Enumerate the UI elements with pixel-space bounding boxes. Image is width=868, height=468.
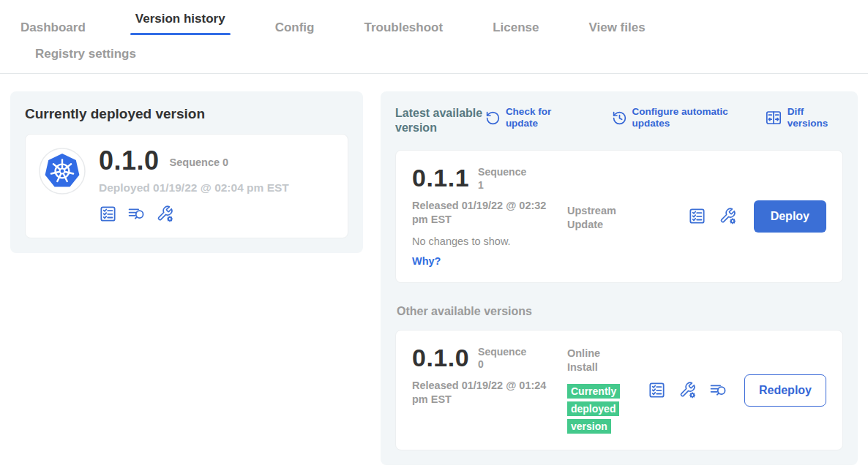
tab-troubleshoot[interactable]: Troubleshoot — [364, 20, 443, 37]
latest-version-number: 0.1.1 — [412, 165, 469, 192]
no-changes-text: No changes to show. — [412, 235, 567, 247]
redeploy-button[interactable]: Redeploy — [744, 374, 826, 407]
latest-version-row: 0.1.1 Sequence 1 Released 01/19/22 @ 02:… — [395, 150, 843, 283]
configure-automatic-updates-link[interactable]: Configure automatic updates — [612, 106, 731, 129]
other-version-row: 0.1.0 Sequence 0 Released 01/19/22 @ 01:… — [395, 330, 843, 451]
latest-version-info: 0.1.1 Sequence 1 Released 01/19/22 @ 02:… — [412, 165, 567, 268]
tab-view-files[interactable]: View files — [588, 20, 645, 37]
secondary-tabs: Registry settings — [20, 37, 868, 73]
diff-versions-link[interactable]: Diff versions — [765, 106, 840, 129]
other-sequence-label: Sequence 0 — [478, 345, 531, 371]
why-link[interactable]: Why? — [412, 255, 441, 267]
diff-icon — [765, 109, 782, 127]
deployed-timestamp: Deployed 01/19/22 @ 02:04 pm EST — [99, 181, 289, 195]
kubernetes-app-icon — [39, 148, 86, 195]
tab-registry-settings[interactable]: Registry settings — [35, 47, 136, 61]
deployed-version-number: 0.1.0 — [99, 148, 160, 174]
configure-automatic-updates-label: Configure automatic updates — [632, 106, 731, 129]
content-area: Currently deployed version 0.1.0 Sequenc… — [0, 74, 868, 465]
view-logs-icon[interactable] — [127, 205, 146, 223]
primary-tabs: Dashboard Version history Config Trouble… — [20, 12, 868, 37]
latest-available-panel: Latest available version Check for updat… — [381, 91, 858, 465]
edit-config-icon[interactable] — [719, 207, 737, 225]
preflight-checks-icon[interactable] — [99, 205, 117, 223]
deploy-button[interactable]: Deploy — [754, 200, 826, 233]
top-navigation: Dashboard Version history Config Trouble… — [0, 0, 868, 74]
check-for-update-link[interactable]: Check for update — [485, 106, 578, 129]
latest-source-label: Upstream Update — [567, 204, 629, 232]
edit-config-icon[interactable] — [156, 205, 174, 223]
tab-license[interactable]: License — [493, 20, 539, 37]
latest-available-title: Latest available version — [395, 106, 485, 135]
deployed-sequence-label: Sequence 0 — [170, 154, 229, 168]
currently-deployed-badge: Currently deployed version — [567, 384, 620, 434]
tab-config[interactable]: Config — [275, 20, 315, 37]
preflight-checks-icon[interactable] — [688, 207, 706, 225]
schedule-update-icon — [612, 110, 627, 126]
other-version-info: 0.1.0 Sequence 0 Released 01/19/22 @ 01:… — [412, 345, 567, 407]
deployed-version-card: 0.1.0 Sequence 0 Deployed 01/19/22 @ 02:… — [25, 134, 348, 238]
other-version-number: 0.1.0 — [412, 345, 469, 371]
other-source-column: Online Install Currently deployed versio… — [567, 345, 648, 436]
tab-version-history[interactable]: Version history — [135, 12, 225, 37]
preflight-checks-icon[interactable] — [648, 381, 666, 399]
currently-deployed-panel: Currently deployed version 0.1.0 Sequenc… — [10, 91, 363, 253]
check-for-update-label: Check for update — [506, 106, 578, 129]
other-versions-heading: Other available versions — [397, 305, 843, 318]
latest-released-timestamp: Released 01/19/22 @ 02:32 pm EST — [412, 199, 547, 227]
diff-versions-label: Diff versions — [787, 106, 840, 129]
other-source-label: Online Install — [567, 347, 629, 374]
latest-sequence-label: Sequence 1 — [478, 165, 531, 192]
view-logs-icon[interactable] — [709, 381, 727, 399]
currently-deployed-title: Currently deployed version — [25, 106, 348, 122]
deployed-version-info: 0.1.0 Sequence 0 Deployed 01/19/22 @ 02:… — [99, 148, 289, 223]
edit-config-icon[interactable] — [678, 381, 697, 399]
other-released-timestamp: Released 01/19/22 @ 01:24 pm EST — [412, 379, 547, 407]
tab-dashboard[interactable]: Dashboard — [20, 20, 86, 37]
latest-source-column: Upstream Update — [567, 165, 648, 232]
refresh-icon — [485, 110, 501, 126]
